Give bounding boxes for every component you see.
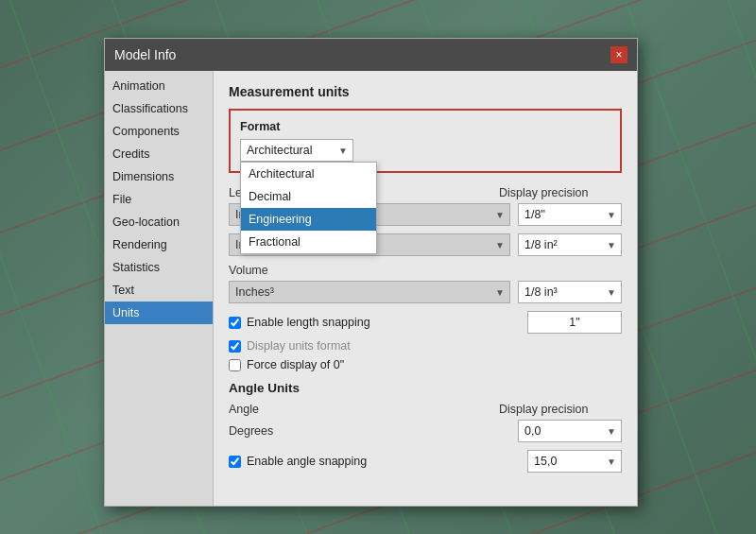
length-precision-select-wrapper: 1/8" ▼ bbox=[518, 203, 622, 226]
enable-angle-snapping-row: Enable angle snapping 15,0 ▼ bbox=[229, 450, 622, 473]
model-info-dialog: Model Info × Animation Classifications C… bbox=[104, 38, 638, 507]
sidebar-item-classifications[interactable]: Classifications bbox=[105, 97, 213, 120]
angle-precision-select[interactable]: 0,0 bbox=[518, 420, 622, 442]
angle-row: Degrees 0,0 ▼ bbox=[229, 420, 622, 442]
angle-snapping-value-wrapper: 15,0 ▼ bbox=[527, 450, 622, 473]
display-units-format-row: Display units format bbox=[229, 339, 622, 353]
force-display-zero-label: Force display of 0" bbox=[247, 358, 344, 371]
sidebar-item-components[interactable]: Components bbox=[105, 120, 213, 143]
length-precision-select[interactable]: 1/8" bbox=[518, 203, 622, 226]
volume-precision-select[interactable]: 1/8 in³ bbox=[518, 281, 622, 303]
volume-unit-select-wrapper: Inches³ ▼ bbox=[229, 281, 510, 303]
dropdown-item-engineering[interactable]: Engineering bbox=[241, 208, 376, 231]
enable-angle-snapping-checkbox[interactable] bbox=[229, 456, 241, 468]
enable-length-snapping-checkbox[interactable] bbox=[229, 317, 241, 329]
dialog-content: Animation Classifications Components Cre… bbox=[105, 71, 637, 506]
title-bar: Model Info × bbox=[105, 39, 637, 71]
angle-unit-value: Degrees bbox=[229, 424, 510, 438]
format-label: Format bbox=[240, 120, 610, 133]
dropdown-item-decimal[interactable]: Decimal bbox=[241, 185, 376, 208]
dropdown-item-architectural[interactable]: Architectural bbox=[241, 163, 376, 185]
angle-snapping-value-select[interactable]: 15,0 bbox=[527, 450, 622, 473]
dialog-title: Model Info bbox=[114, 47, 176, 62]
format-box: Format Architectural ▼ Architectural Dec… bbox=[229, 109, 622, 173]
format-select-wrapper: Architectural ▼ Architectural Decimal En… bbox=[240, 139, 353, 162]
volume-precision-wrapper: 1/8 in³ ▼ bbox=[518, 281, 622, 303]
angle-section-title: Angle Units bbox=[229, 381, 622, 395]
sidebar-item-rendering[interactable]: Rendering bbox=[105, 233, 213, 256]
volume-unit-select[interactable]: Inches³ bbox=[229, 281, 510, 303]
sidebar-item-units[interactable]: Units bbox=[105, 301, 213, 324]
sidebar: Animation Classifications Components Cre… bbox=[105, 71, 214, 506]
sidebar-item-statistics[interactable]: Statistics bbox=[105, 256, 213, 279]
angle-label: Angle bbox=[229, 403, 499, 416]
length-snapping-value-input[interactable] bbox=[527, 311, 622, 334]
angle-header-row: Angle Display precision bbox=[229, 403, 622, 416]
sidebar-item-animation[interactable]: Animation bbox=[105, 75, 213, 97]
enable-length-snapping-row: Enable length snapping bbox=[229, 311, 622, 334]
main-panel: Measurement units Format Architectural ▼… bbox=[214, 71, 637, 506]
format-select-container[interactable]: Architectural ▼ bbox=[240, 139, 353, 162]
enable-length-snapping-label: Enable length snapping bbox=[247, 316, 370, 329]
angle-precision-wrapper: 0,0 ▼ bbox=[518, 420, 622, 442]
force-display-zero-checkbox[interactable] bbox=[229, 359, 241, 371]
enable-angle-snapping-label: Enable angle snapping bbox=[247, 455, 367, 468]
display-precision-label: Display precision bbox=[499, 186, 622, 199]
close-button[interactable]: × bbox=[610, 46, 627, 63]
volume-label: Volume bbox=[229, 264, 622, 277]
force-display-zero-row: Force display of 0" bbox=[229, 358, 622, 371]
sidebar-item-text[interactable]: Text bbox=[105, 279, 213, 301]
display-units-format-label: Display units format bbox=[247, 339, 351, 353]
sidebar-item-geo-location[interactable]: Geo-location bbox=[105, 211, 213, 233]
angle-display-precision-label: Display precision bbox=[499, 403, 622, 416]
format-select[interactable]: Architectural bbox=[240, 139, 353, 162]
sidebar-item-dimensions[interactable]: Dimensions bbox=[105, 165, 213, 188]
dropdown-item-fractional[interactable]: Fractional bbox=[241, 231, 376, 253]
volume-row: Inches³ ▼ 1/8 in³ ▼ bbox=[229, 281, 622, 303]
area-precision-wrapper: 1/8 in² ▼ bbox=[518, 233, 622, 256]
section-title: Measurement units bbox=[229, 84, 622, 99]
sidebar-item-file[interactable]: File bbox=[105, 188, 213, 211]
display-units-format-checkbox[interactable] bbox=[229, 340, 241, 353]
area-precision-select[interactable]: 1/8 in² bbox=[518, 233, 622, 256]
sidebar-item-credits[interactable]: Credits bbox=[105, 143, 213, 165]
format-dropdown-list: Architectural Decimal Engineering Fracti… bbox=[240, 162, 377, 254]
